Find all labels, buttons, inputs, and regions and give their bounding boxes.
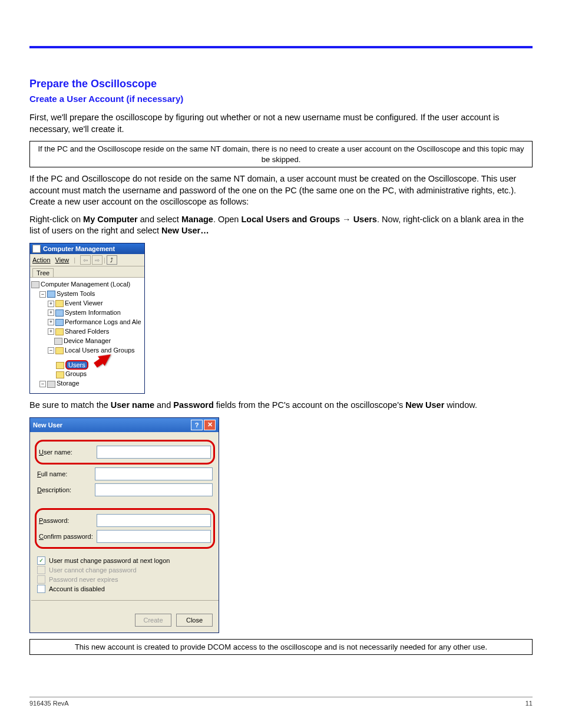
tree-storage[interactable]: −Storage bbox=[31, 379, 143, 388]
checkbox-must-change[interactable]: ✓User must change password at next logon bbox=[37, 556, 213, 565]
nav-back-icon[interactable]: ⇦ bbox=[80, 255, 91, 265]
create-button: Create bbox=[135, 614, 171, 627]
label-confirm-password: Confirm password: bbox=[39, 533, 97, 540]
tree-groups[interactable]: Groups bbox=[31, 370, 143, 379]
tab-tree[interactable]: Tree bbox=[32, 268, 54, 277]
close-button[interactable]: ✕ bbox=[204, 420, 216, 430]
footer-page-number: 11 bbox=[525, 700, 533, 707]
device-icon bbox=[54, 338, 62, 345]
cm-toolbar: Action View | ⇦ ⇨ | ⤴ bbox=[30, 254, 144, 266]
close-dialog-button[interactable]: Close bbox=[176, 614, 213, 627]
input-confirm-password[interactable] bbox=[97, 530, 211, 543]
menu-action[interactable]: Action bbox=[32, 256, 51, 263]
nav-fwd-icon[interactable]: ⇨ bbox=[92, 255, 103, 265]
paragraph-instructions: Right-click on My Computer and select Ma… bbox=[29, 214, 533, 237]
cm-tree: Computer Management (Local) −System Tool… bbox=[30, 277, 144, 393]
cm-title-text: Computer Management bbox=[43, 245, 115, 252]
collapse-icon[interactable]: − bbox=[39, 381, 46, 387]
section-title: Prepare the Oscilloscope bbox=[29, 78, 533, 90]
checkbox-cannot-change: User cannot change password bbox=[37, 566, 213, 574]
paragraph-domain: If the PC and Oscilloscope do not reside… bbox=[29, 173, 533, 208]
nu-titlebar: New User ? ✕ bbox=[30, 418, 219, 432]
input-fullname[interactable] bbox=[95, 467, 213, 480]
note-box-dcom: This new account is created to provide D… bbox=[29, 639, 533, 655]
chart-icon bbox=[55, 319, 64, 326]
tools-icon bbox=[47, 291, 55, 298]
cm-titlebar: Computer Management bbox=[30, 243, 144, 254]
note-box-domain: If the PC and the Oscilloscope reside on… bbox=[29, 141, 533, 167]
new-user-dialog: New User ? ✕ UUser name:ser name: Full n… bbox=[29, 417, 219, 633]
input-description[interactable] bbox=[95, 483, 213, 496]
folder-icon bbox=[55, 328, 64, 335]
tree-device-manager[interactable]: Device Manager bbox=[31, 337, 143, 346]
checkbox-never-expires: Password never expires bbox=[37, 575, 213, 584]
page-footer: 916435 RevA 11 bbox=[29, 697, 533, 707]
tree-local-users-groups[interactable]: −Local Users and Groups bbox=[31, 346, 143, 355]
info-icon bbox=[55, 309, 64, 317]
menu-view[interactable]: View bbox=[55, 256, 70, 263]
checkbox-icon bbox=[37, 585, 45, 593]
tree-system-info[interactable]: +System Information bbox=[31, 308, 143, 318]
checkbox-disabled[interactable]: Account is disabled bbox=[37, 585, 213, 593]
tree-perf-logs[interactable]: +Performance Logs and Ale bbox=[31, 318, 143, 327]
book-icon bbox=[55, 300, 64, 307]
expand-icon[interactable]: + bbox=[48, 301, 54, 307]
nu-title-text: New User bbox=[33, 421, 62, 429]
folder-icon bbox=[56, 371, 64, 378]
dialog-separator bbox=[31, 600, 219, 601]
expand-icon[interactable]: + bbox=[48, 328, 54, 335]
label-description: Description: bbox=[37, 486, 95, 493]
users-icon bbox=[55, 347, 64, 354]
checkbox-icon bbox=[37, 575, 45, 584]
help-button[interactable]: ? bbox=[191, 420, 203, 430]
checkbox-icon: ✓ bbox=[37, 556, 45, 565]
paragraph-match-fields: Be sure to match the User name and Passw… bbox=[29, 400, 533, 411]
expand-icon[interactable]: + bbox=[48, 309, 54, 316]
highlight-password: Password: Confirm password: bbox=[35, 508, 215, 549]
expand-icon[interactable]: + bbox=[48, 319, 54, 325]
collapse-icon[interactable]: − bbox=[39, 291, 46, 298]
tree-users[interactable]: Users bbox=[31, 355, 143, 370]
input-password[interactable] bbox=[97, 514, 211, 527]
storage-icon bbox=[47, 381, 55, 388]
monitor-icon bbox=[31, 281, 39, 288]
tree-system-tools[interactable]: −System Tools bbox=[31, 289, 143, 299]
cm-app-icon bbox=[32, 245, 41, 253]
footer-rev: 916435 RevA bbox=[29, 700, 69, 707]
tree-root[interactable]: Computer Management (Local) bbox=[31, 280, 143, 289]
label-username: UUser name:ser name: bbox=[39, 449, 97, 456]
folder-icon bbox=[56, 362, 64, 369]
collapse-icon[interactable]: − bbox=[48, 347, 54, 354]
paragraph-intro: First, we'll prepare the oscilloscope by… bbox=[29, 112, 533, 135]
label-fullname: Full name: bbox=[37, 470, 95, 477]
nav-up-icon[interactable]: ⤴ bbox=[107, 255, 117, 265]
tree-shared-folders[interactable]: +Shared Folders bbox=[31, 327, 143, 337]
label-password: Password: bbox=[39, 517, 97, 524]
input-username[interactable] bbox=[97, 446, 211, 459]
sub-title: Create a User Account (if necessary) bbox=[29, 94, 533, 104]
highlight-username: UUser name:ser name: bbox=[35, 440, 215, 465]
checkbox-icon bbox=[37, 566, 45, 574]
header-rule bbox=[29, 46, 533, 48]
cm-tabs: Tree bbox=[30, 266, 144, 277]
computer-management-window: Computer Management Action View | ⇦ ⇨ | … bbox=[29, 243, 145, 394]
tree-event-viewer[interactable]: +Event Viewer bbox=[31, 299, 143, 308]
